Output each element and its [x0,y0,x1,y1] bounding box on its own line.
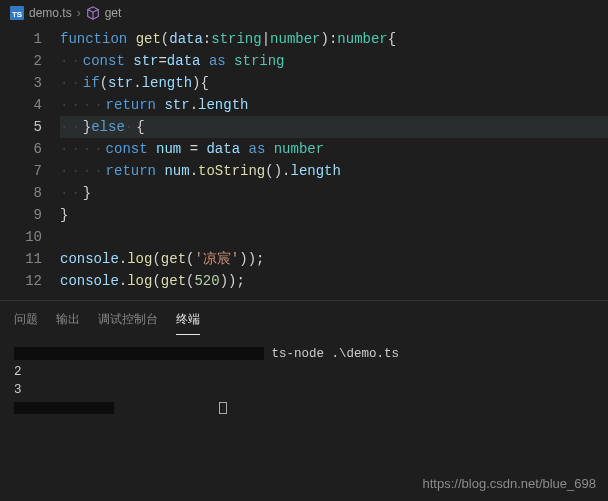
tab-terminal[interactable]: 终端 [176,307,200,335]
tab-output[interactable]: 输出 [56,307,80,335]
cursor-icon [219,402,227,414]
bottom-panel: 问题 输出 调试控制台 终端 ts-node .\demo.ts 2 3 [0,300,608,427]
code-line[interactable]: ····return num.toString().length [60,160,608,182]
line-number: 5 [0,116,42,138]
line-number: 8 [0,182,42,204]
line-number: 10 [0,226,42,248]
code-area[interactable]: function get(data:string|number):number{… [60,26,608,292]
symbol-cube-icon [86,6,100,20]
line-number: 4 [0,94,42,116]
code-line[interactable]: ··const str=data as string [60,50,608,72]
code-line[interactable]: ····return str.length [60,94,608,116]
code-line[interactable]: function get(data:string|number):number{ [60,28,608,50]
line-number: 1 [0,28,42,50]
line-number: 7 [0,160,42,182]
line-number: 2 [0,50,42,72]
line-gutter: 123456789101112 [0,26,60,292]
svg-text:TS: TS [12,10,23,19]
ts-file-icon: TS [10,6,24,20]
code-line[interactable]: ····const num = data as number [60,138,608,160]
line-number: 12 [0,270,42,292]
line-number: 6 [0,138,42,160]
line-number: 9 [0,204,42,226]
panel-tabs: 问题 输出 调试控制台 终端 [0,301,608,335]
line-number: 3 [0,72,42,94]
code-line[interactable]: ··} [60,182,608,204]
redacted-prompt [14,347,264,360]
breadcrumb-symbol[interactable]: get [105,6,122,20]
code-editor[interactable]: 123456789101112 function get(data:string… [0,26,608,292]
tab-problems[interactable]: 问题 [14,307,38,335]
terminal-command: ts-node .\demo.ts [272,347,400,361]
code-line[interactable]: console.log(get('凉宸')); [60,248,608,270]
code-line[interactable]: ··}else·{ [60,116,608,138]
tab-debug[interactable]: 调试控制台 [98,307,158,335]
redacted-path [14,402,114,414]
code-line[interactable]: } [60,204,608,226]
terminal-output-line: 2 [14,363,594,381]
code-line[interactable]: ··if(str.length){ [60,72,608,94]
chevron-right-icon: › [77,6,81,20]
terminal-content[interactable]: ts-node .\demo.ts 2 3 [0,335,608,427]
line-number: 11 [0,248,42,270]
breadcrumb-file[interactable]: demo.ts [29,6,72,20]
watermark-text: https://blog.csdn.net/blue_698 [423,476,596,491]
code-line[interactable]: console.log(get(520)); [60,270,608,292]
code-line[interactable] [60,226,608,248]
breadcrumb: TS demo.ts › get [0,0,608,26]
terminal-output-line: 3 [14,381,594,399]
